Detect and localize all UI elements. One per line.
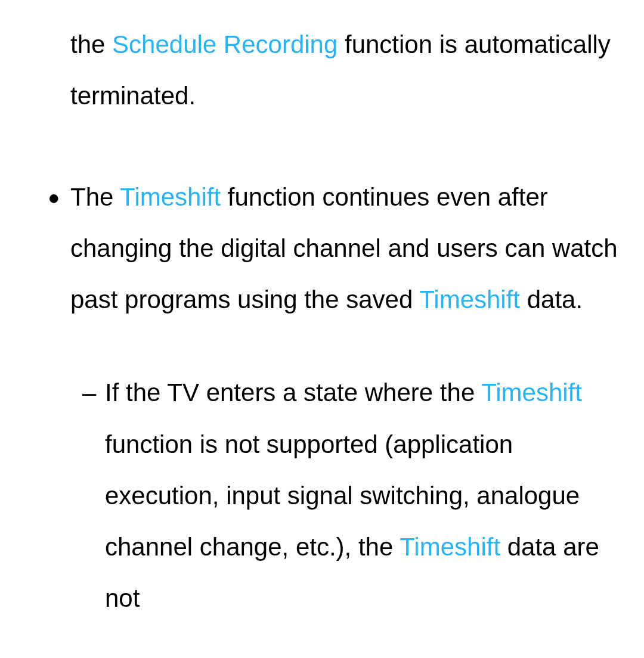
text-segment: The [70,183,120,211]
text-segment: If the TV enters a state where the [105,378,481,406]
dash-list-item: – If the TV enters a state where the Tim… [82,367,621,623]
highlight-timeshift: Timeshift [400,533,500,561]
highlight-timeshift: Timeshift [120,183,221,211]
text-segment: data. [520,285,583,314]
dash-marker-icon: – [82,367,105,623]
dash-text: If the TV enters a state where the Times… [105,367,621,623]
paragraph-continuation: the Schedule Recording function is autom… [70,19,621,122]
bullet-text: The Timeshift function continues even af… [70,172,621,325]
bullet-list-item: ● The Timeshift function continues even … [48,172,621,325]
highlight-timeshift: Timeshift [419,285,520,314]
highlight-timeshift: Timeshift [481,378,582,406]
highlight-schedule-recording: Schedule Recording [112,30,338,58]
bullet-marker-icon: ● [48,172,70,325]
text-segment: the [70,30,112,58]
